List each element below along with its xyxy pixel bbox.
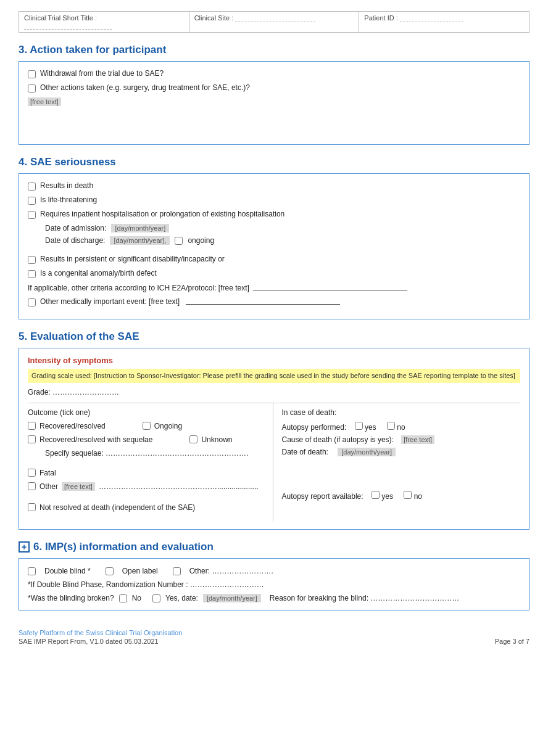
admission-label: Date of admission: <box>45 224 106 232</box>
autopsy-yes-label: yes <box>365 423 376 432</box>
fatal-row: Fatal <box>28 469 267 477</box>
footer: Safety Platform of the Swiss Clinical Tr… <box>19 629 529 645</box>
discharge-date-field[interactable]: [day/month/year], <box>110 236 170 245</box>
admission-date-field[interactable]: [day/month/year] <box>111 224 169 232</box>
section3-free-text: [free text] <box>28 97 61 106</box>
blind-type-row: Double blind * Open label Other: …………………… <box>28 566 520 575</box>
section4-title: 4. SAE seriousness <box>19 156 529 168</box>
unknown-checkbox[interactable] <box>189 435 197 443</box>
other-label: Other <box>39 482 58 491</box>
cause-row: Cause of death (if autopsy is yes): [fre… <box>282 435 521 444</box>
header-bar: Clinical Trial Short Title : Clinical Si… <box>19 11 529 33</box>
congenital-checkbox[interactable] <box>28 270 36 278</box>
disability-row: Results in persistent or significant dis… <box>28 255 520 264</box>
autopsy-no-checkbox[interactable] <box>387 422 395 430</box>
section5-box: Intensity of symptoms Grading scale used… <box>19 348 529 530</box>
double-blind-label: Double blind * <box>44 567 91 575</box>
other-actions-checkbox[interactable] <box>28 84 36 92</box>
other-checkbox[interactable] <box>28 482 36 490</box>
ich-underline <box>253 283 407 290</box>
hospitalisation-checkbox[interactable] <box>28 211 36 219</box>
autopsy-report-yes-checkbox[interactable] <box>372 491 380 499</box>
date-death-field[interactable]: [day/month/year] <box>338 448 396 456</box>
section3-box: Withdrawal from the trial due to SAE? Ot… <box>19 61 529 145</box>
footer-page: Page 3 of 7 <box>495 638 529 645</box>
open-label-label: Open label <box>122 567 158 575</box>
admission-row: Date of admission: [day/month/year] <box>45 224 520 232</box>
blinding-yes-checkbox[interactable] <box>152 594 160 602</box>
outcome-row1: Recovered/resolved Ongoing <box>28 422 267 435</box>
autopsy-label: Autopsy performed: <box>282 423 347 432</box>
blinding-no-checkbox[interactable] <box>119 594 127 602</box>
trial-title-label: Clinical Trial Short Title : <box>24 14 97 22</box>
recovered-label: Recovered/resolved <box>39 422 106 430</box>
blinding-no-label: No <box>132 594 141 602</box>
autopsy-no-label: no <box>397 423 405 432</box>
results-in-death-row: Results in death <box>28 181 520 191</box>
other-blind-checkbox[interactable] <box>173 567 181 575</box>
autopsy-report-no-checkbox[interactable] <box>404 491 412 499</box>
cause-free-text: [free text] <box>401 435 434 444</box>
randomization-note: *If Double Blind Phase, Randomization Nu… <box>28 580 520 589</box>
outcome-right: In case of death: Autopsy performed: yes… <box>273 403 521 522</box>
not-resolved-checkbox[interactable] <box>28 503 36 511</box>
ich-line: If applicable, other criteria according … <box>28 283 520 292</box>
withdrawal-label: Withdrawal from the trial due to SAE? <box>40 69 164 78</box>
sequelae-line: Specify sequelae: …………………………………………………. <box>45 449 267 458</box>
other-blind-label: Other: ……………………. <box>189 567 273 575</box>
footer-doc-label: SAE IMP Report From, V1.0 dated 05.03.20… <box>19 638 159 645</box>
ongoing-checkbox[interactable] <box>175 237 183 245</box>
other-medically-checkbox[interactable] <box>28 298 36 306</box>
fatal-checkbox[interactable] <box>28 469 36 477</box>
trial-title-input[interactable] <box>24 22 112 30</box>
autopsy-row: Autopsy performed: yes no <box>282 422 521 432</box>
reason-label: Reason for breaking the blind: ………………………… <box>270 594 459 602</box>
hospitalisation-row: Requires inpatient hospitalisation or pr… <box>28 210 520 219</box>
section5-title: 5. Evaluation of the SAE <box>19 331 529 343</box>
unknown-row: Unknown <box>189 435 232 444</box>
other-free-text: [free text] <box>62 482 95 491</box>
other-actions-label: Other actions taken (e.g. surgery, drug … <box>40 83 250 92</box>
ongoing-label: ongoing <box>188 236 214 245</box>
clinical-site-cell: Clinical Site : <box>189 12 360 32</box>
patient-id-input[interactable] <box>400 14 463 22</box>
results-death-label: Results in death <box>40 181 93 190</box>
recovered-sequelae-label: Recovered/resolved with sequelae <box>39 435 152 444</box>
intensity-title: Intensity of symptoms <box>28 356 520 365</box>
footer-org: Safety Platform of the Swiss Clinical Tr… <box>19 629 529 636</box>
disability-checkbox[interactable] <box>28 256 36 264</box>
ongoing-outcome-checkbox[interactable] <box>143 422 151 430</box>
autopsy-yes-checkbox[interactable] <box>355 422 363 430</box>
section3-title: 3. Action taken for participant <box>19 44 529 56</box>
date-death-label: Date of death: <box>282 448 328 456</box>
section4-box: Results in death Is life-threatening Req… <box>19 173 529 319</box>
results-death-checkbox[interactable] <box>28 183 36 191</box>
blinding-broken-label: *Was the blinding broken? <box>28 594 114 602</box>
patient-id-cell: Patient ID : <box>359 12 529 32</box>
open-label-checkbox[interactable] <box>106 567 114 575</box>
recovered-checkbox[interactable] <box>28 422 36 430</box>
blinding-yes-date[interactable]: [day/month/year] <box>203 594 261 602</box>
unknown-label: Unknown <box>201 435 232 444</box>
autopsy-report-yes-label: yes <box>381 492 393 501</box>
blinding-broken-row: *Was the blinding broken? No Yes, date: … <box>28 594 520 602</box>
life-threatening-checkbox[interactable] <box>28 197 36 205</box>
other-medically-label: Other medically important event: [free t… <box>40 297 180 306</box>
double-blind-checkbox[interactable] <box>28 567 36 575</box>
withdrawal-checkbox[interactable] <box>28 70 36 78</box>
other-medically-underline <box>186 297 340 305</box>
clinical-site-input[interactable] <box>235 14 315 22</box>
death-header: In case of death: <box>282 408 521 417</box>
other-medically-row: Other medically important event: [free t… <box>28 297 520 306</box>
autopsy-report-row: Autopsy report available: yes no <box>282 491 521 501</box>
section3-checkbox2-row: Other actions taken (e.g. surgery, drug … <box>28 83 520 92</box>
section6-box: Double blind * Open label Other: …………………… <box>19 558 529 610</box>
autopsy-report-label: Autopsy report available: <box>282 492 363 501</box>
outcome-row2: Recovered/resolved with sequelae Unknown <box>28 435 267 449</box>
recovered-sequelae-checkbox[interactable] <box>28 435 36 443</box>
autopsy-report-no-label: no <box>414 492 422 501</box>
congenital-label: Is a congenital anomaly/birth defect <box>40 269 157 277</box>
cause-label: Cause of death (if autopsy is yes): <box>282 435 394 444</box>
fatal-label: Fatal <box>39 469 56 477</box>
outcome-header: Outcome (tick one) <box>28 408 267 417</box>
